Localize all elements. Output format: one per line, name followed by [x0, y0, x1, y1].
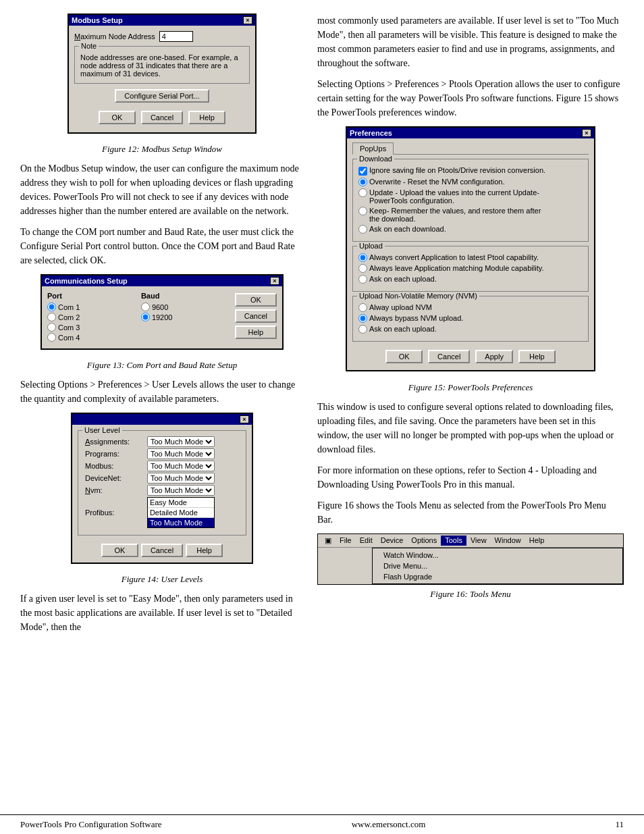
- com-close-btn[interactable]: ×: [270, 277, 279, 285]
- view-menu[interactable]: View: [466, 536, 491, 546]
- ask-nvm-radio[interactable]: [358, 325, 367, 334]
- ignore-saving-checkbox[interactable]: [358, 167, 367, 176]
- baud9600-radio[interactable]: [141, 303, 150, 311]
- para4: If a given user level is set to "Easy Mo…: [20, 592, 304, 634]
- note-title: Note: [79, 42, 99, 50]
- pref-close-btn[interactable]: ×: [582, 129, 591, 137]
- ask-ul-label: Ask on each upload.: [369, 275, 437, 283]
- com-help-btn[interactable]: Help: [235, 325, 277, 339]
- flash-upgrade-item[interactable]: Flash Upgrade: [373, 571, 622, 582]
- footer: PowerTools Pro Configuration Software ww…: [0, 814, 644, 834]
- com1-radio[interactable]: [47, 303, 56, 311]
- programs-label: Programs:: [85, 448, 146, 459]
- pref-ok-btn[interactable]: OK: [385, 350, 423, 363]
- modbus-select[interactable]: Too Much Mode: [147, 461, 215, 471]
- baud19200-radio[interactable]: [141, 313, 150, 321]
- pref-cancel-btn[interactable]: Cancel: [428, 350, 470, 363]
- user-close-btn[interactable]: ×: [240, 415, 249, 423]
- user-level-group: User Level Assignments: Too Much Mode Pr…: [78, 430, 246, 536]
- devicenet-select[interactable]: Too Much Mode: [147, 473, 215, 484]
- max-node-input[interactable]: [159, 31, 193, 42]
- com2-label: Com 2: [58, 313, 80, 321]
- right-para4: For more information on these options, r…: [317, 463, 624, 492]
- com3-label: Com 3: [58, 323, 80, 332]
- tab-popups[interactable]: PopUps: [352, 142, 394, 155]
- edit-menu[interactable]: Edit: [356, 536, 377, 546]
- profibus-label: Profibus:: [85, 497, 146, 528]
- user-cancel-btn[interactable]: Cancel: [141, 544, 183, 557]
- user-ok-btn[interactable]: OK: [101, 544, 138, 557]
- table-row: Nvm: Too Much Mode: [85, 485, 239, 496]
- always-bypass-nvm-radio[interactable]: [358, 314, 367, 323]
- always-upload-nvm-label: Alway upload NVM: [369, 303, 432, 311]
- right-para1: most commonly used parameters are availa…: [317, 14, 624, 70]
- watch-window-item[interactable]: Watch Window...: [373, 550, 622, 561]
- com3-radio[interactable]: [47, 323, 56, 332]
- modbus-titlebar: Modbus Setup ×: [69, 15, 255, 26]
- user-help-btn[interactable]: Help: [186, 544, 223, 557]
- modbus-dialog: Modbus Setup × Maximum Node Address Note…: [68, 14, 257, 134]
- drive-menu-item[interactable]: Drive Menu...: [373, 561, 622, 571]
- pref-apply-btn[interactable]: Apply: [475, 350, 513, 363]
- always-convert-option: Always convert Application to latest Pto…: [358, 253, 583, 262]
- nvm-select[interactable]: Too Much Mode: [147, 485, 215, 496]
- modbus-help-btn[interactable]: Help: [188, 111, 225, 124]
- ask-dl-label: Ask on each download.: [369, 225, 446, 233]
- dropdown-item-detailedmode[interactable]: Detailed Mode: [148, 508, 214, 518]
- modbus-close-btn[interactable]: ×: [243, 16, 252, 24]
- page: Modbus Setup × Maximum Node Address Note…: [0, 0, 644, 834]
- ignore-saving-label: Ignore saving file on Ptools/Drive revis…: [369, 166, 545, 174]
- baud-label: Baud: [141, 292, 230, 300]
- file-menu[interactable]: File: [336, 536, 356, 546]
- baud9600-label: 9600: [152, 303, 168, 311]
- always-leave-radio[interactable]: [358, 264, 367, 273]
- always-upload-nvm-radio[interactable]: [358, 303, 367, 312]
- ask-dl-radio[interactable]: [358, 225, 367, 234]
- page-number: 11: [615, 819, 624, 830]
- ask-nvm-label: Ask on each upload.: [369, 325, 437, 333]
- assignments-select[interactable]: Too Much Mode: [147, 436, 215, 447]
- user-dialog: × User Level Assignments: Too Much Mode: [71, 413, 253, 564]
- table-row: Modbus: Too Much Mode: [85, 461, 239, 471]
- pref-titlebar: Preferences ×: [347, 128, 594, 138]
- footer-center: www.emersonct.com: [352, 819, 426, 830]
- configure-serial-btn[interactable]: Configure Serial Port...: [115, 89, 209, 103]
- pref-help-btn[interactable]: Help: [518, 350, 556, 363]
- com4-radio[interactable]: [47, 333, 56, 342]
- always-convert-radio[interactable]: [358, 253, 367, 262]
- dropdown-item-toomuchmode[interactable]: Too Much Mode: [148, 518, 214, 527]
- programs-select[interactable]: Too Much Mode: [147, 448, 215, 459]
- note-content: Node addresses are one-based. For exampl…: [80, 53, 244, 78]
- device-menu[interactable]: Device: [377, 536, 408, 546]
- keep-radio[interactable]: [358, 207, 367, 215]
- profibus-dropdown[interactable]: Easy Mode Detailed Mode Too Much Mode: [147, 497, 215, 528]
- com-dialog: Communications Setup × Port Com 1 Com 2 …: [41, 274, 284, 350]
- modbus-cancel-btn[interactable]: Cancel: [141, 111, 183, 124]
- update-radio[interactable]: [358, 188, 367, 197]
- upload-group-title: Upload: [357, 242, 385, 250]
- ask-nvm-option: Ask on each upload.: [358, 325, 583, 334]
- devicenet-label: DeviceNet:: [85, 473, 146, 484]
- options-menu[interactable]: Options: [407, 536, 441, 546]
- help-menu[interactable]: Help: [525, 536, 549, 546]
- com-ok-btn[interactable]: OK: [235, 293, 277, 307]
- port-col: Port Com 1 Com 2 Com 3 Com 4: [47, 292, 136, 343]
- footer-left: PowerTools Pro Configuration Software: [20, 819, 162, 830]
- right-para2: Selecting Options > Preferences > Ptools…: [317, 77, 624, 120]
- overwrite-radio[interactable]: [358, 178, 367, 186]
- com1-label: Com 1: [58, 303, 80, 311]
- com-cancel-btn[interactable]: Cancel: [235, 309, 277, 323]
- overwrite-label: Overwrite - Reset the NVM configuration.: [369, 178, 505, 186]
- figure14-caption: Figure 14: User Levels: [20, 574, 304, 585]
- com4-label: Com 4: [58, 334, 80, 342]
- ask-dl-option: Ask on each download.: [358, 225, 583, 234]
- ask-ul-radio[interactable]: [358, 275, 367, 284]
- tools-menu[interactable]: Tools: [441, 536, 466, 546]
- window-menu[interactable]: Window: [491, 536, 525, 546]
- ignore-saving-row: Ignore saving file on Ptools/Drive revis…: [358, 166, 583, 176]
- modbus-ok-btn[interactable]: OK: [99, 111, 136, 124]
- tools-dropdown: Watch Window... Drive Menu... Flash Upgr…: [372, 548, 623, 584]
- table-row: Programs: Too Much Mode: [85, 448, 239, 459]
- com2-radio[interactable]: [47, 313, 56, 321]
- dropdown-item-easymode[interactable]: Easy Mode: [148, 498, 214, 508]
